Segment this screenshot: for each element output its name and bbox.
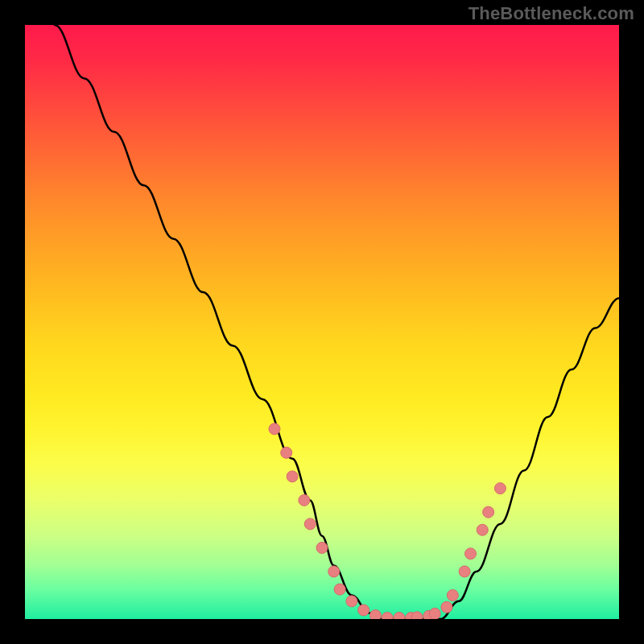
marker-point bbox=[269, 423, 280, 435]
marker-point bbox=[459, 566, 470, 577]
plot-area bbox=[25, 25, 619, 619]
marker-point bbox=[287, 471, 298, 482]
curve-layer bbox=[25, 25, 619, 619]
marker-point bbox=[483, 506, 494, 518]
marker-point bbox=[358, 605, 369, 616]
chart-frame: TheBottleneck.com bbox=[0, 0, 644, 644]
marker-point bbox=[394, 613, 405, 619]
marker-point bbox=[477, 524, 488, 535]
marker-group bbox=[269, 423, 506, 619]
series-left-curve bbox=[55, 25, 382, 619]
marker-point bbox=[441, 601, 452, 613]
marker-point bbox=[328, 566, 340, 577]
watermark-text: TheBottleneck.com bbox=[469, 3, 634, 24]
marker-point bbox=[429, 608, 440, 619]
marker-point bbox=[494, 483, 506, 494]
series-group bbox=[55, 25, 619, 619]
marker-point bbox=[382, 613, 393, 619]
marker-point bbox=[411, 612, 423, 619]
marker-point bbox=[447, 589, 458, 601]
marker-point bbox=[346, 596, 357, 607]
marker-point bbox=[304, 518, 316, 530]
marker-point bbox=[369, 610, 381, 619]
marker-point bbox=[316, 542, 328, 553]
marker-point bbox=[281, 447, 292, 458]
marker-point bbox=[299, 494, 310, 506]
marker-point bbox=[465, 548, 477, 559]
marker-point bbox=[334, 584, 345, 595]
